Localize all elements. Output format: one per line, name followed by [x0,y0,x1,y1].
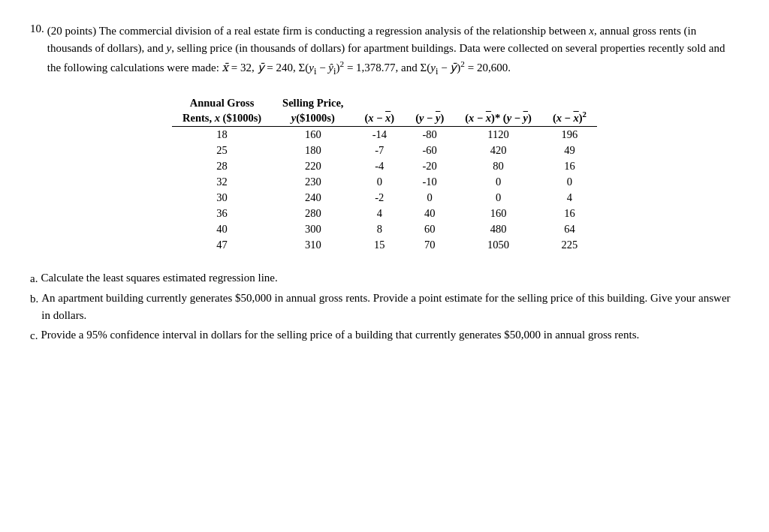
table-cell-x: 36 [172,206,272,221]
table-cell-x: 47 [172,237,272,253]
answers-section: a. Calculate the least squares estimated… [30,269,739,346]
answer-a-text: Calculate the least squares estimated re… [41,269,277,289]
table-cell-prod: 0 [454,190,542,206]
table-cell-x: 32 [172,174,272,190]
table-cell-prod: 420 [454,143,542,158]
table-cell-ymy: -60 [405,143,454,158]
answer-b: b. An apartment building currently gener… [30,290,739,325]
table-cell-prod: 1120 [454,126,542,143]
table-cell-y: 310 [272,237,354,253]
table-cell-xmx: -4 [354,158,405,174]
col-subheader-y: y($1000s) [272,110,354,126]
answer-a: a. Calculate the least squares estimated… [30,269,739,289]
table-cell-xmx: 0 [354,174,405,190]
table-cell-ymy: -80 [405,126,454,143]
table-cell-y: 280 [272,206,354,221]
table-cell-x: 28 [172,158,272,174]
table-cell-ymy: -20 [405,158,454,174]
table-cell-xmx: -14 [354,126,405,143]
table-cell-xmx: 15 [354,237,405,253]
table-row: 25180-7-6042049 [172,143,597,158]
table-body: 18160-14-80112019625180-7-604204928220-4… [172,126,597,253]
table-cell-ymy: 70 [405,237,454,253]
table-row: 4731015701050225 [172,237,597,253]
table-cell-xmx2: 4 [542,190,597,206]
table-cell-y: 220 [272,158,354,174]
col-subheader-xmx2: (x − x)2 [542,110,597,126]
table-cell-y: 160 [272,126,354,143]
answer-c-text: Provide a 95% confidence interval in dol… [41,326,639,344]
table-cell-xmx2: 64 [542,221,597,237]
table-cell-y: 240 [272,190,354,206]
table-cell-xmx2: 16 [542,158,597,174]
data-table-container: Annual Gross Selling Price, Rents, x ($1… [30,95,739,253]
col-subheader-ymybar: (y − y) [405,110,454,126]
table-cell-x: 30 [172,190,272,206]
col-subheader-xmxbar: (x − x) [354,110,405,126]
table-cell-xmx: 8 [354,221,405,237]
table-cell-ymy: 60 [405,221,454,237]
table-cell-xmx: -2 [354,190,405,206]
table-cell-ymy: 40 [405,206,454,221]
question-number: 10. [30,23,44,79]
table-cell-y: 300 [272,221,354,237]
question-block: 10. (20 points) The commercial division … [30,23,739,345]
table-cell-prod: 0 [454,174,542,190]
table-header-row2: Rents, x ($1000s) y($1000s) (x − x) (y −… [172,110,597,126]
table-cell-xmx: 4 [354,206,405,221]
table-cell-ymy: 0 [405,190,454,206]
col-subheader-rents: Rents, x ($1000s) [172,110,272,126]
table-row: 4030086048064 [172,221,597,237]
table-cell-x: 40 [172,221,272,237]
table-cell-prod: 160 [454,206,542,221]
table-cell-x: 25 [172,143,272,158]
col-header-xmx2 [542,95,597,110]
table-row: 322300-1000 [172,174,597,190]
table-header-row1: Annual Gross Selling Price, [172,95,597,110]
question-text: (20 points) The commercial division of a… [47,23,739,79]
answer-b-text: An apartment building currently generate… [41,290,739,325]
table-cell-prod: 80 [454,158,542,174]
table-cell-xmx: -7 [354,143,405,158]
col-header-annual-gross: Annual Gross [172,95,272,110]
table-row: 30240-2004 [172,190,597,206]
answer-c-label: c. [30,326,38,346]
table-cell-x: 18 [172,126,272,143]
answer-a-label: a. [30,269,38,289]
table-cell-xmx2: 16 [542,206,597,221]
col-header-ymy [405,95,454,110]
table-row: 28220-4-208016 [172,158,597,174]
table-cell-y: 180 [272,143,354,158]
answer-c: c. Provide a 95% confidence interval in … [30,326,739,346]
col-header-xmx [354,95,405,110]
table-cell-y: 230 [272,174,354,190]
col-header-selling-price: Selling Price, [272,95,354,110]
answer-b-label: b. [30,290,38,309]
table-cell-xmx2: 0 [542,174,597,190]
table-cell-prod: 480 [454,221,542,237]
table-cell-xmx2: 49 [542,143,597,158]
table-row: 3628044016016 [172,206,597,221]
table-cell-prod: 1050 [454,237,542,253]
col-subheader-product: (x − x)* (y − y) [454,110,542,126]
col-header-prod [454,95,542,110]
table-row: 18160-14-801120196 [172,126,597,143]
table-cell-xmx2: 196 [542,126,597,143]
regression-table: Annual Gross Selling Price, Rents, x ($1… [172,95,597,253]
table-cell-ymy: -10 [405,174,454,190]
table-cell-xmx2: 225 [542,237,597,253]
